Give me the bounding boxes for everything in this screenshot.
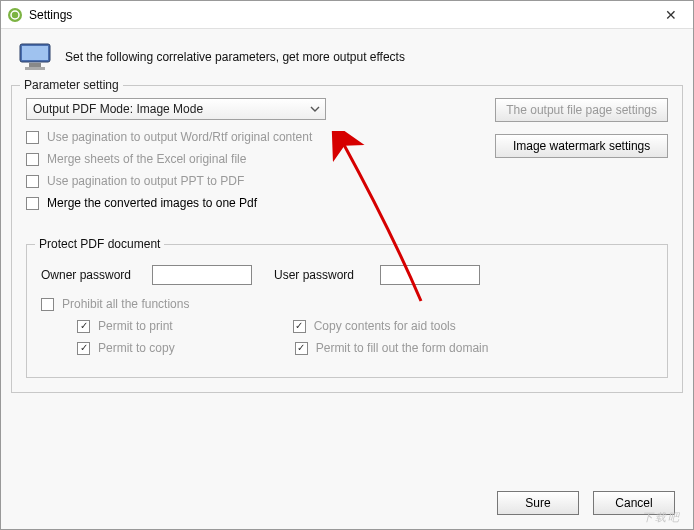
label-prohibit-all: Prohibit all the functions bbox=[62, 297, 189, 311]
output-mode-dropdown[interactable]: Output PDF Mode: Image Mode bbox=[26, 98, 326, 120]
label-merge-excel: Merge sheets of the Excel original file bbox=[47, 152, 246, 166]
check-merge-images[interactable] bbox=[26, 197, 39, 210]
owner-password-label: Owner password bbox=[41, 268, 146, 282]
check-permit-fill bbox=[295, 342, 308, 355]
check-merge-excel bbox=[26, 153, 39, 166]
check-permit-print bbox=[77, 320, 90, 333]
svg-point-0 bbox=[8, 8, 22, 22]
app-icon bbox=[7, 7, 23, 23]
header: Set the following correlative parameters… bbox=[1, 29, 693, 81]
label-copy-aid: Copy contents for aid tools bbox=[314, 319, 456, 333]
chevron-down-icon bbox=[309, 103, 321, 115]
user-password-label: User password bbox=[274, 268, 374, 282]
settings-window: Settings ✕ Set the following correlative… bbox=[0, 0, 694, 530]
sure-button[interactable]: Sure bbox=[497, 491, 579, 515]
watermark-settings-button[interactable]: Image watermark settings bbox=[495, 134, 668, 158]
check-prohibit-all bbox=[41, 298, 54, 311]
svg-rect-4 bbox=[25, 67, 45, 70]
dropdown-label: Output PDF Mode: Image Mode bbox=[33, 102, 203, 116]
monitor-icon bbox=[19, 43, 53, 71]
header-subtitle: Set the following correlative parameters… bbox=[65, 50, 405, 64]
parameter-fieldset: Parameter setting Output PDF Mode: Image… bbox=[11, 85, 683, 393]
owner-password-input[interactable] bbox=[152, 265, 252, 285]
protect-legend: Protect PDF document bbox=[35, 237, 164, 251]
label-permit-fill: Permit to fill out the form domain bbox=[316, 341, 489, 355]
protect-fieldset: Protect PDF document Owner password User… bbox=[26, 244, 668, 378]
page-settings-button: The output file page settings bbox=[495, 98, 668, 122]
titlebar: Settings ✕ bbox=[1, 1, 693, 29]
site-watermark: 下载吧 bbox=[642, 510, 681, 525]
user-password-input[interactable] bbox=[380, 265, 480, 285]
label-pagination-ppt: Use pagination to output PPT to PDF bbox=[47, 174, 244, 188]
check-copy-aid bbox=[293, 320, 306, 333]
parameter-legend: Parameter setting bbox=[20, 78, 123, 92]
check-pagination-word bbox=[26, 131, 39, 144]
label-merge-images: Merge the converted images to one Pdf bbox=[47, 196, 257, 210]
label-permit-copy: Permit to copy bbox=[98, 341, 175, 355]
check-pagination-ppt bbox=[26, 175, 39, 188]
close-icon[interactable]: ✕ bbox=[655, 7, 687, 23]
label-permit-print: Permit to print bbox=[98, 319, 173, 333]
svg-rect-2 bbox=[22, 46, 48, 60]
label-pagination-word: Use pagination to output Word/Rtf origin… bbox=[47, 130, 312, 144]
svg-rect-3 bbox=[29, 63, 41, 67]
window-title: Settings bbox=[29, 8, 655, 22]
check-permit-copy bbox=[77, 342, 90, 355]
